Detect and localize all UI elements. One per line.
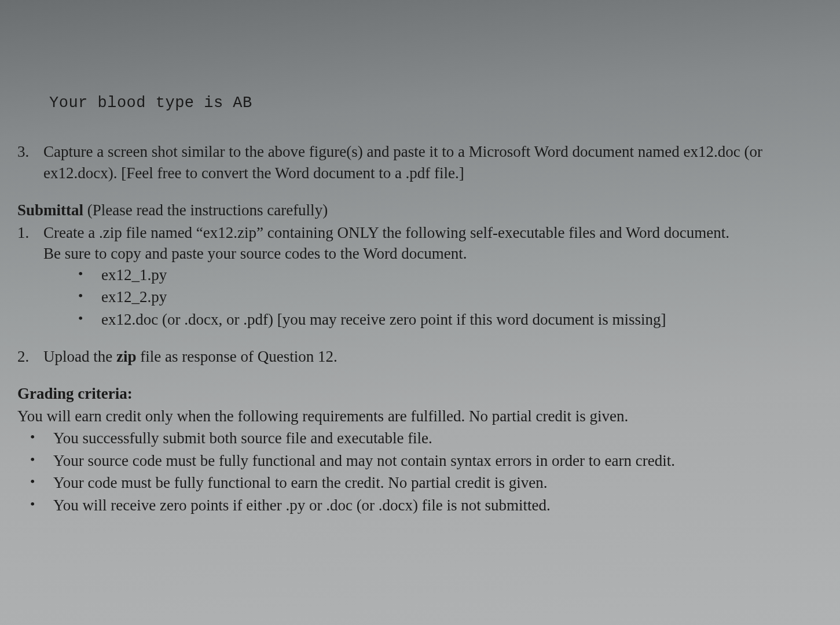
grading-bullet: You will receive zero points if either .… xyxy=(30,495,823,516)
grading-bullets: You successfully submit both source file… xyxy=(30,428,823,516)
step-3: 3. Capture a screen shot similar to the … xyxy=(17,141,823,183)
step-3-text: Capture a screen shot similar to the abo… xyxy=(43,141,823,183)
submittal-item-2-body: Upload the zip file as response of Quest… xyxy=(43,346,823,367)
submittal-item-1-body: Create a .zip file named “ex12.zip” cont… xyxy=(43,222,823,331)
grading-bullet: You successfully submit both source file… xyxy=(30,428,823,448)
submittal-item-2: 2. Upload the zip file as response of Qu… xyxy=(17,346,823,367)
grading-intro: You will earn credit only when the follo… xyxy=(17,406,823,427)
grading-heading: Grading criteria: xyxy=(17,383,823,404)
submittal-heading: Submittal (Please read the instructions … xyxy=(17,200,823,220)
submittal-item-1-line1: Create a .zip file named “ex12.zip” cont… xyxy=(43,222,823,243)
step-3-number: 3. xyxy=(17,141,43,183)
submittal-item-1: 1. Create a .zip file named “ex12.zip” c… xyxy=(17,222,823,331)
submittal-heading-rest: (Please read the instructions carefully) xyxy=(83,201,328,219)
submittal-heading-bold: Submittal xyxy=(17,201,83,219)
submittal-item-1-line2: Be sure to copy and paste your source co… xyxy=(43,243,823,264)
grading-bullet: Your source code must be fully functiona… xyxy=(30,450,823,471)
submittal-file: ex12.doc (or .docx, or .pdf) [you may re… xyxy=(78,309,823,330)
submittal-item-2-number: 2. xyxy=(17,346,43,367)
submittal-item-1-number: 1. xyxy=(17,222,43,331)
submittal-item-2-post: file as response of Question 12. xyxy=(137,348,338,365)
submittal-item-2-bold: zip xyxy=(116,348,137,365)
submittal-files: ex12_1.py ex12_2.py ex12.doc (or .docx, … xyxy=(78,264,823,330)
submittal-file: ex12_2.py xyxy=(78,286,823,307)
code-output: Your blood type is AB xyxy=(49,93,823,113)
submittal-item-2-pre: Upload the xyxy=(43,348,116,365)
grading-bullet: Your code must be fully functional to ea… xyxy=(30,472,823,493)
submittal-file: ex12_1.py xyxy=(78,264,823,285)
